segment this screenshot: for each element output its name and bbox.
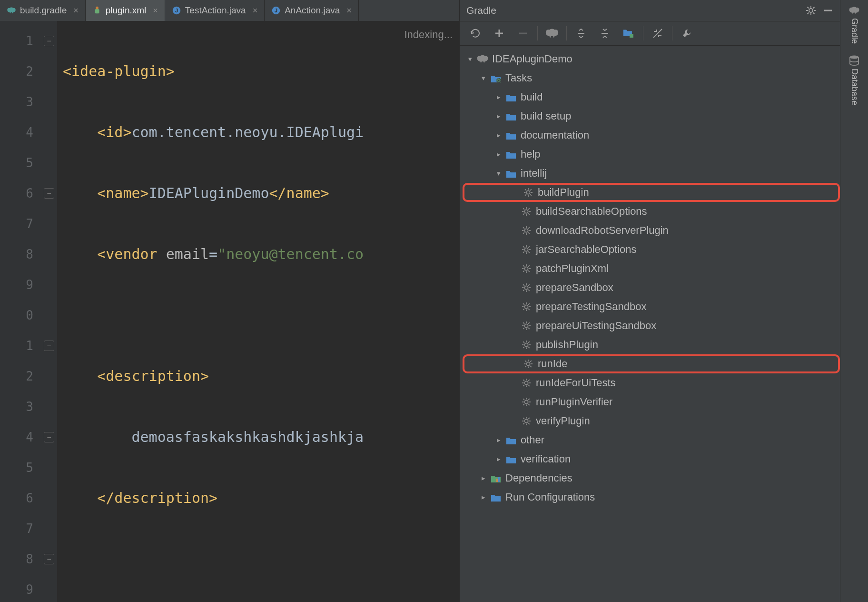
right-tool-strip: Gradle Database [840,0,868,602]
strip-database[interactable]: Database [849,55,859,105]
editor-gutter: 1− 2 3 4 5 6− 7 8 9 0 1− 2 3 4− 5 6 7 8−… [0,21,57,602]
java-file-icon: J [172,6,181,15]
svg-rect-11 [95,9,99,13]
tree-task-prepareuitestingsandbox[interactable]: prepareUiTestingSandbox [463,316,840,335]
code-editor[interactable]: <idea-plugin> <id>com.tencent.neoyu.IDEA… [57,21,459,602]
run-gradle-task-button[interactable] [541,24,563,43]
gradle-panel: Gradle ▾IDEApluginDemo ▾Tasks ▸build ▸bu… [459,0,840,602]
close-icon[interactable]: × [153,6,158,16]
close-icon[interactable]: × [73,6,79,16]
tree-group-build-setup[interactable]: ▸build setup [463,107,840,126]
tree-group-other[interactable]: ▸other [463,431,840,450]
tab-label: TestAction.java [185,5,246,16]
build-tool-settings-button[interactable] [676,24,698,43]
tree-task-buildplugin[interactable]: buildPlugin [463,183,840,202]
svg-text:J: J [275,8,277,13]
close-icon[interactable]: × [253,6,258,16]
tree-task-verifyplugin[interactable]: verifyPlugin [463,411,840,431]
settings-icon[interactable] [806,5,816,16]
tab-test-action[interactable]: J TestAction.java × [165,0,265,21]
fold-icon[interactable]: − [44,36,54,46]
svg-rect-22 [630,34,633,38]
remove-button [512,24,534,43]
tree-task-downloadrobotserverplugin[interactable]: downloadRobotServerPlugin [463,221,840,240]
expand-all-button[interactable] [570,24,592,43]
tree-group-help[interactable]: ▸help [463,145,840,164]
fold-icon[interactable]: − [44,554,54,564]
tree-group-verification[interactable]: ▸verification [463,450,840,469]
tree-dependencies[interactable]: ▸Dependencies [463,469,840,488]
editor-area: build.gradle × plugin.xml × J TestAction… [0,0,459,602]
indexing-status: Indexing... [404,29,453,41]
java-file-icon: J [271,6,281,15]
refresh-button[interactable] [464,24,486,43]
tree-task-patchpluginxml[interactable]: patchPluginXml [463,259,840,278]
tree-task-jarsearchableoptions[interactable]: jarSearchableOptions [463,240,840,259]
gradle-file-icon [7,6,16,15]
fold-icon[interactable]: − [44,341,54,351]
tab-label: plugin.xml [106,5,147,16]
tree-group-intellij[interactable]: ▾intellij [463,164,840,183]
fold-icon[interactable]: − [44,188,54,199]
gradle-panel-title: Gradle [466,5,496,16]
fold-icon[interactable]: − [44,432,54,442]
minimize-icon[interactable] [823,5,833,16]
toggle-offline-button[interactable] [647,24,669,43]
svg-rect-25 [496,479,498,482]
tree-group-documentation[interactable]: ▸documentation [463,126,840,145]
strip-label: Gradle [849,18,859,44]
tree-group-build[interactable]: ▸build [463,88,840,107]
gradle-panel-header: Gradle [460,0,840,21]
gradle-toolbar [460,21,840,46]
project-structure-button[interactable] [618,24,640,43]
tree-project-root[interactable]: ▾IDEApluginDemo [463,50,840,69]
tab-an-action[interactable]: J AnAction.java × [265,0,359,21]
elephant-icon [848,6,860,15]
tree-task-preparesandbox[interactable]: prepareSandbox [463,278,840,297]
svg-text:J: J [175,8,178,13]
tree-run-configs[interactable]: ▸Run Configurations [463,488,840,507]
tree-task-buildsearchableoptions[interactable]: buildSearchableOptions [463,202,840,221]
database-icon [849,55,859,66]
editor-tab-bar: build.gradle × plugin.xml × J TestAction… [0,0,459,21]
tree-task-runideforuitests[interactable]: runIdeForUiTests [463,373,840,392]
collapse-all-button[interactable] [594,24,616,43]
strip-gradle[interactable]: Gradle [848,6,860,44]
gradle-tree[interactable]: ▾IDEApluginDemo ▾Tasks ▸build ▸build set… [460,46,840,602]
tab-label: build.gradle [20,5,67,16]
svg-rect-26 [498,477,500,482]
editor-body: Indexing... 1− 2 3 4 5 6− 7 8 9 0 1− 2 3… [0,21,459,602]
tab-label: AnAction.java [285,5,340,16]
tree-task-publishplugin[interactable]: publishPlugin [463,335,840,354]
close-icon[interactable]: × [346,6,352,16]
svg-line-23 [653,29,662,38]
tree-task-preparetestingsandbox[interactable]: prepareTestingSandbox [463,297,840,316]
add-button[interactable] [488,24,510,43]
plugin-file-icon [92,6,102,15]
tab-plugin-xml[interactable]: plugin.xml × [86,0,165,21]
tree-task-runide[interactable]: runIde [463,354,840,373]
strip-label: Database [849,69,859,105]
tree-task-runpluginverifier[interactable]: runPluginVerifier [463,392,840,411]
tree-tasks[interactable]: ▾Tasks [463,69,840,88]
tab-build-gradle[interactable]: build.gradle × [0,0,86,21]
